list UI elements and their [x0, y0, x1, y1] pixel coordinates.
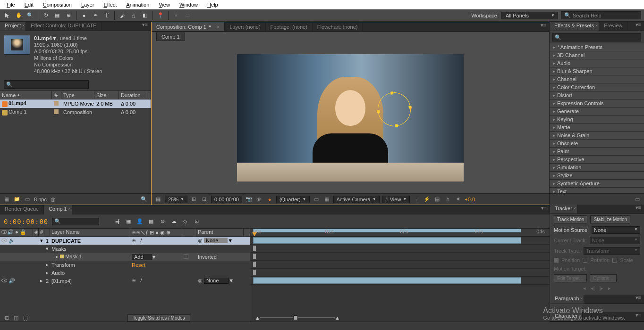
toggle-switches-button[interactable]: Toggle Switches / Modes — [127, 314, 190, 322]
bpc-toggle[interactable]: 8 bpc — [34, 197, 47, 202]
eraser-tool-icon[interactable]: ◧ — [140, 11, 150, 20]
zoom-selector[interactable]: 25% — [165, 196, 187, 203]
tab-character[interactable]: Character× — [550, 312, 583, 321]
effects-category[interactable]: Keying — [550, 116, 644, 124]
toggle-pane-icon[interactable]: ◫ — [12, 314, 20, 322]
tab-footage[interactable]: Footage: (none) — [266, 22, 313, 31]
camera-tool-icon[interactable]: ▦ — [52, 11, 62, 20]
tab-tracker[interactable]: Tracker× — [550, 205, 577, 214]
effects-search-input[interactable]: 🔍 — [552, 33, 641, 41]
menu-help[interactable]: Help — [203, 1, 223, 8]
current-time[interactable]: 0:00:00:00 — [211, 196, 242, 203]
timeline-icon[interactable]: ▤ — [433, 196, 441, 203]
find-icon[interactable]: 🔍 — [140, 196, 148, 203]
menu-layer[interactable]: Layer — [76, 1, 99, 8]
menu-animation[interactable]: Animation — [121, 1, 154, 8]
menu-file[interactable]: File — [2, 1, 20, 8]
tab-preview[interactable]: Preview — [599, 22, 627, 31]
effects-category[interactable]: Distort — [550, 91, 644, 99]
menu-view[interactable]: View — [154, 1, 175, 8]
new-comp-icon[interactable]: ▭ — [24, 196, 31, 203]
fast-preview-icon[interactable]: ⚡ — [423, 196, 431, 203]
col-label-icon[interactable]: ◈ — [52, 91, 61, 99]
folder-icon[interactable]: ▭ — [183, 11, 192, 20]
playhead-icon[interactable] — [252, 232, 257, 236]
pan-behind-tool-icon[interactable]: ⊕ — [64, 11, 73, 20]
motion-blur-icon[interactable]: ⊚ — [158, 217, 167, 226]
brush-tool-icon[interactable]: 🖌 — [118, 11, 127, 20]
mask-handle-top[interactable] — [390, 91, 393, 94]
timeline-zoom-slider[interactable]: ▲ ▲ — [255, 315, 340, 321]
hand-tool-icon[interactable]: ✋ — [14, 11, 24, 20]
keyframe-marker[interactable] — [253, 270, 256, 275]
panel-menu-icon[interactable]: ▾≡ — [633, 22, 644, 31]
effects-category[interactable]: Audio — [550, 59, 644, 67]
tab-layer[interactable]: Layer: (none) — [225, 22, 265, 31]
text-tool-icon[interactable]: T — [102, 11, 111, 20]
pen-tool-icon[interactable]: ✒ — [91, 11, 100, 20]
expand-icon[interactable]: ⊞ — [3, 314, 10, 322]
trash-icon[interactable]: 🗑 — [50, 196, 57, 203]
effects-category[interactable]: Channel — [550, 75, 644, 83]
brainstorm-icon[interactable]: ☁ — [169, 217, 178, 226]
comp-mini-flowchart-icon[interactable]: ⇶ — [112, 217, 122, 226]
effects-category[interactable]: Matte — [550, 124, 644, 132]
always-preview-icon[interactable]: ▦ — [154, 196, 162, 203]
col-layer-name[interactable]: Layer Name — [50, 229, 130, 236]
show-channel-icon[interactable]: 👁 — [255, 196, 263, 203]
exposure-value[interactable]: +0.0 — [465, 197, 475, 202]
panel-menu-icon[interactable]: ▾≡ — [633, 312, 644, 321]
panel-menu-icon[interactable]: ▾≡ — [139, 22, 151, 31]
rotation-tool-icon[interactable]: ↻ — [41, 11, 51, 20]
new-bin-icon[interactable]: ▭ — [634, 196, 641, 203]
project-search-input[interactable]: 🔍 — [4, 80, 89, 89]
clone-tool-icon[interactable]: ⎌ — [129, 11, 138, 20]
panel-menu-icon[interactable]: ▾≡ — [538, 205, 550, 214]
search-help-input[interactable]: 🔍 Search Help — [561, 11, 641, 19]
effects-category[interactable]: Noise & Grain — [550, 132, 644, 140]
star-icon[interactable]: ★ — [171, 11, 181, 20]
color-mgmt-icon[interactable]: ● — [266, 196, 273, 203]
layer-row-01mp4[interactable]: 🔊▸2 [01.mp4] ✳ / ◎ None▼ — [0, 277, 250, 285]
mask-handle-bottom[interactable] — [395, 124, 398, 127]
transparency-grid-icon[interactable]: ▦ — [323, 196, 330, 203]
time-ruler[interactable]: 00s 01s 02s 03s 04s — [250, 229, 550, 237]
panel-menu-icon[interactable]: ▾≡ — [633, 205, 644, 214]
effects-category[interactable]: Text — [550, 188, 644, 193]
effects-category[interactable]: 3D Channel — [550, 51, 644, 59]
timeline-tracks[interactable]: 00s 01s 02s 03s 04s — [250, 229, 550, 322]
panel-menu-icon[interactable]: ▾≡ — [633, 295, 644, 304]
layer-row-duplicate[interactable]: 🔊▾1 DUPLICATE ✳ / ◎ None▼ — [0, 237, 250, 245]
graph-editor-icon[interactable]: ⊡ — [192, 217, 201, 226]
layer-audio-group[interactable]: ▸ Audio — [0, 269, 250, 277]
pixel-aspect-icon[interactable]: ▫ — [413, 196, 420, 203]
flowchart-icon[interactable]: ⋔ — [444, 196, 451, 203]
tab-paragraph[interactable]: Paragraph× — [550, 295, 584, 304]
col-parent[interactable]: Parent — [196, 229, 244, 236]
tab-effects-presets[interactable]: Effects & Presets× — [550, 22, 599, 31]
clip-bar[interactable] — [253, 277, 521, 284]
roi-icon[interactable]: ▭ — [313, 196, 320, 203]
comp-breadcrumb[interactable]: Comp 1 — [156, 33, 185, 41]
menu-effect[interactable]: Effect — [99, 1, 121, 8]
panel-menu-icon[interactable]: ▾≡ — [538, 22, 549, 31]
interpret-footage-icon[interactable]: ▦ — [3, 196, 10, 203]
effects-category[interactable]: Obsolete — [550, 140, 644, 148]
col-duration[interactable]: Duration — [119, 91, 147, 99]
snapshot-icon[interactable]: 📷 — [245, 196, 253, 203]
auto-keyframe-icon[interactable]: ◇ — [180, 217, 190, 226]
puppet-tool-icon[interactable]: 📍 — [156, 11, 165, 20]
effects-category[interactable]: Simulation — [550, 164, 644, 172]
effects-category[interactable]: Color Correction — [550, 83, 644, 91]
clip-bar[interactable] — [253, 237, 521, 244]
tab-render-queue[interactable]: Render Queue — [0, 205, 44, 214]
effects-category[interactable]: * Animation Presets — [550, 43, 644, 51]
effects-category[interactable]: Generate — [550, 107, 644, 116]
effects-category[interactable]: Blur & Sharpen — [550, 67, 644, 75]
keyframe-marker[interactable] — [253, 246, 256, 251]
zoom-out-icon[interactable]: ▲ — [255, 315, 260, 321]
tab-timeline-comp1[interactable]: Comp 1× — [44, 205, 72, 214]
shape-tool-icon[interactable]: ● — [79, 11, 89, 20]
tab-project[interactable]: Project× — [0, 22, 26, 31]
draft3d-icon[interactable]: ▦ — [124, 217, 133, 226]
